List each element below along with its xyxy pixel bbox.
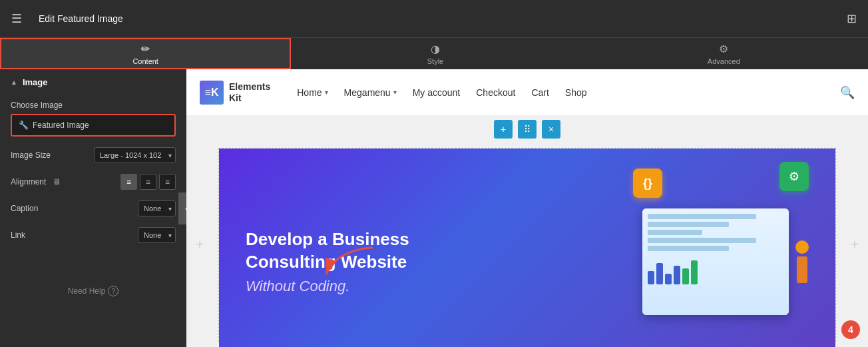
monitor-row-1 — [648, 214, 756, 219]
wrench-icon: 🔧 — [19, 121, 29, 130]
add-widget-button[interactable]: + — [494, 120, 513, 139]
nav-checkout-label: Checkout — [476, 87, 515, 98]
notification-badge: 4 — [841, 320, 860, 339]
close-widget-button[interactable]: × — [542, 120, 560, 139]
page-content: + Develop a Business Consulting Website … — [186, 143, 868, 347]
monitor-row-3 — [648, 230, 702, 235]
image-size-label: Image Size — [11, 151, 51, 160]
advanced-icon: ⚙ — [719, 43, 728, 55]
chart-bar-2 — [656, 263, 663, 284]
caption-select-wrapper: None — [138, 200, 176, 216]
nav-menu: Home ▾ Megamenu ▾ My account Checkout Ca… — [297, 87, 840, 98]
grid-icon[interactable]: ⊞ — [835, 0, 868, 37]
featured-image-value: Featured Image — [33, 121, 89, 130]
panel-title: Edit Featured Image — [33, 0, 835, 37]
nav-megamenu[interactable]: Megamenu ▾ — [344, 87, 397, 98]
image-size-row: Image Size Large - 1024 x 102 — [0, 142, 186, 169]
tab-content-label: Content — [132, 57, 158, 65]
add-column-right-button[interactable]: + — [841, 143, 868, 347]
nav-cart-label: Cart — [531, 87, 548, 98]
choose-image-label: Choose Image — [11, 101, 176, 110]
logo-icon-text: ≡K — [205, 87, 219, 99]
alignment-buttons: ≡ ≡ ≡ — [120, 174, 176, 190]
person-graphic — [795, 240, 809, 283]
logo-text: Elements Kit — [229, 81, 270, 104]
logo-icon: ≡K — [200, 81, 224, 105]
chart-bar-6 — [691, 260, 698, 284]
monitor-icon: 🖥 — [53, 177, 61, 186]
left-panel: ▲ Image Choose Image 🔧 Featured Image Im… — [0, 69, 186, 347]
hero-title-line1: Develop a Business — [246, 229, 409, 249]
monitor-row-2 — [648, 222, 729, 227]
chart-bar-3 — [665, 274, 672, 284]
caption-label: Caption — [11, 204, 38, 213]
nav-bar: ≡K Elements Kit Home ▾ Megamenu ▾ My acc… — [186, 69, 868, 116]
nav-logo: ≡K Elements Kit — [200, 81, 270, 105]
caption-row: Caption None — [0, 195, 186, 222]
align-left-button[interactable]: ≡ — [120, 174, 137, 190]
link-select[interactable]: None — [138, 227, 176, 243]
nav-cart[interactable]: Cart — [531, 87, 548, 98]
tab-style[interactable]: ◑ Style — [291, 38, 579, 69]
toolbar-strip: + ⠿ × — [186, 116, 868, 143]
hero-graphic — [642, 162, 809, 347]
nav-myaccount-label: My account — [413, 87, 461, 98]
nav-checkout[interactable]: Checkout — [476, 87, 515, 98]
chart-bar-5 — [682, 268, 689, 284]
need-help[interactable]: Need Help ? — [0, 275, 186, 307]
need-help-text: Need Help — [68, 286, 106, 296]
section-title: Image — [23, 77, 48, 87]
monitor-row-5 — [648, 246, 729, 251]
alignment-row: Alignment 🖥 ≡ ≡ ≡ — [0, 169, 186, 195]
search-icon[interactable]: 🔍 — [840, 85, 855, 100]
nav-myaccount[interactable]: My account — [413, 87, 461, 98]
link-label: Link — [11, 230, 25, 240]
tab-advanced-label: Advanced — [708, 57, 740, 65]
monitor-graphic — [642, 208, 789, 315]
tabs-row: ✏ Content ◑ Style ⚙ Advanced — [0, 37, 868, 69]
caption-select[interactable]: None — [138, 200, 176, 216]
add-column-left-button[interactable]: + — [186, 143, 213, 347]
content-icon: ✏ — [141, 43, 150, 55]
tab-content[interactable]: ✏ Content — [0, 38, 291, 69]
hero-title: Develop a Business Consulting Website — [246, 228, 409, 274]
link-select-wrapper: None — [138, 227, 176, 243]
top-bar: ☰ Edit Featured Image ⊞ — [0, 0, 868, 37]
align-right-button[interactable]: ≡ — [159, 174, 176, 190]
nav-megamenu-chevron: ▾ — [393, 89, 397, 96]
image-section-header[interactable]: ▲ Image — [0, 69, 186, 95]
nav-shop-label: Shop — [565, 87, 587, 98]
hero-title-line2: Consulting Website — [246, 252, 407, 272]
menu-icon[interactable]: ☰ — [0, 0, 33, 37]
nav-megamenu-label: Megamenu — [344, 87, 391, 98]
image-chooser-button[interactable]: 🔧 Featured Image — [11, 114, 176, 137]
image-size-select[interactable]: Large - 1024 x 102 — [94, 147, 176, 163]
person-head — [795, 240, 809, 254]
main-layout: ▲ Image Choose Image 🔧 Featured Image Im… — [0, 69, 868, 347]
style-icon: ◑ — [431, 43, 440, 55]
choose-image-field: Choose Image 🔧 Featured Image — [0, 95, 186, 142]
alignment-label: Alignment — [11, 177, 46, 186]
hero-subtitle: Without Coding. — [246, 278, 409, 295]
chart-bar-4 — [674, 266, 680, 284]
logo-line1: Elements — [229, 81, 270, 93]
hero-image-container: Develop a Business Consulting Website Wi… — [219, 149, 835, 341]
nav-home-label: Home — [297, 87, 322, 98]
align-center-button[interactable]: ≡ — [140, 174, 156, 190]
hero-image: Develop a Business Consulting Website Wi… — [219, 149, 835, 347]
monitor-row-4 — [648, 238, 756, 243]
collapse-handle[interactable]: ‹ — [178, 192, 186, 224]
tab-advanced[interactable]: ⚙ Advanced — [580, 38, 868, 69]
help-icon: ? — [108, 286, 118, 296]
image-size-select-wrapper: Large - 1024 x 102 — [94, 147, 176, 163]
canvas-section: Develop a Business Consulting Website Wi… — [218, 148, 836, 342]
move-widget-button[interactable]: ⠿ — [518, 120, 537, 139]
tab-style-label: Style — [427, 57, 443, 65]
nav-home-chevron: ▾ — [325, 89, 328, 96]
chevron-icon: ▲ — [11, 79, 17, 86]
canvas-area: ≡K Elements Kit Home ▾ Megamenu ▾ My acc… — [186, 69, 868, 347]
chart-area — [648, 258, 783, 284]
nav-home[interactable]: Home ▾ — [297, 87, 327, 98]
nav-shop[interactable]: Shop — [565, 87, 587, 98]
person-body — [797, 256, 807, 283]
